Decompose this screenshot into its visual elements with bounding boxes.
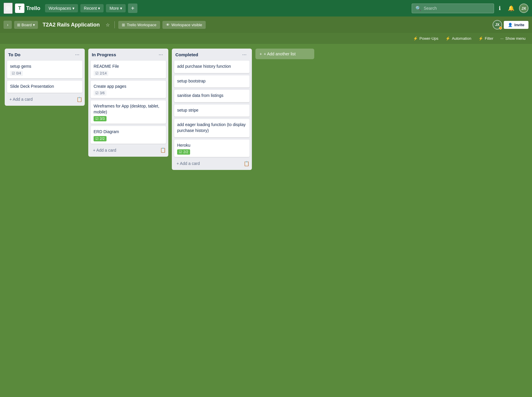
user-avatar-nav[interactable]: JX (519, 4, 528, 13)
card-card-12[interactable]: Heroku ☑ 2/2 (174, 140, 250, 157)
user-initials-nav: JX (521, 6, 526, 11)
workspace-label: Trello Workspace (127, 23, 156, 27)
add-card-button-completed[interactable]: + Add a card (174, 159, 244, 168)
powerups-icon: ⚡ (413, 36, 418, 41)
filter-label: Filter (485, 36, 493, 41)
workspaces-label: Workspaces (49, 6, 71, 11)
visibility-label: Workspace visible (172, 23, 202, 27)
card-card-2[interactable]: Slide Deck Presentation (7, 81, 82, 93)
trello-logo[interactable]: T Trello (15, 4, 40, 13)
list-title-completed: Completed (175, 52, 198, 57)
search-bar[interactable]: 🔍 (412, 4, 494, 13)
list-todo: To Do ··· setup gems ☑ 0/4 Slide Deck Pr… (5, 49, 85, 106)
notification-button[interactable]: 🔔 (506, 4, 517, 13)
checklist-badge-card-12: ☑ 2/2 (177, 149, 190, 155)
template-icon-completed[interactable]: 📋 (244, 161, 250, 166)
card-title-card-2: Slide Deck Presentation (10, 84, 79, 90)
card-title-card-6: ERD Diagram (94, 129, 163, 135)
card-card-3[interactable]: README File ☑ 2/14 (91, 61, 166, 78)
list-title-inprogress: In Progress (92, 52, 116, 57)
more-button[interactable]: More ▾ (106, 4, 126, 12)
card-meta-card-6: ☑ 2/2 (94, 136, 163, 141)
add-card-button-todo[interactable]: + Add a card (7, 95, 77, 103)
logo-box: T (15, 4, 24, 13)
template-icon-todo[interactable]: 📋 (77, 97, 82, 102)
star-button[interactable]: ☆ (104, 21, 111, 29)
card-meta-card-1: ☑ 0/4 (10, 71, 79, 76)
card-card-6[interactable]: ERD Diagram ☑ 2/2 (91, 126, 166, 144)
show-menu-label: Show menu (505, 36, 526, 41)
card-card-11[interactable]: add eager loading function (to display p… (174, 119, 250, 137)
automation-label: Automation (452, 36, 471, 41)
add-list-button[interactable]: + + Add another list (255, 49, 314, 59)
recent-chevron-icon: ▾ (98, 6, 100, 11)
add-card-button-inprogress[interactable]: + Add a card (91, 146, 160, 154)
board-header-right: JX 👤 Invite (493, 20, 528, 29)
show-menu-button[interactable]: ··· Show menu (498, 35, 529, 42)
filter-icon: ⚡ (478, 36, 483, 41)
board-view-icon: ⊞ (17, 23, 20, 27)
checklist-badge-card-1: ☑ 0/4 (10, 71, 23, 76)
invite-button[interactable]: 👤 Invite (504, 21, 528, 29)
invite-icon: 👤 (508, 23, 513, 27)
workspace-button[interactable]: ⊞ Trello Workspace (118, 21, 160, 29)
card-meta-card-12: ☑ 2/2 (177, 149, 247, 155)
toolbar: ⚡ Power-Ups ⚡ Automation ⚡ Filter ··· Sh… (0, 33, 532, 44)
checklist-badge-card-4: ☑ 3/6 (94, 90, 107, 96)
list-menu-button-inprogress[interactable]: ··· (157, 51, 165, 58)
visibility-button[interactable]: 👁 Workspace visible (162, 21, 206, 29)
board-title[interactable]: T2A2 Rails Application (40, 21, 102, 29)
list-menu-button-completed[interactable]: ··· (240, 51, 248, 58)
list-title-todo: To Do (8, 52, 20, 57)
list-menu-button-todo[interactable]: ··· (73, 51, 81, 58)
add-card-row-todo: + Add a card 📋 (7, 95, 82, 103)
card-card-7[interactable]: add purchase history function (174, 61, 250, 73)
checklist-icon-card-12: ☑ (179, 150, 182, 154)
info-button[interactable]: ℹ (496, 4, 503, 13)
card-card-4[interactable]: Create app pages ☑ 3/6 (91, 81, 166, 98)
card-card-1[interactable]: setup gems ☑ 0/4 (7, 61, 82, 78)
automation-icon: ⚡ (445, 36, 450, 41)
board-user-initials: JX (495, 23, 500, 27)
add-list-label: + Add another list (264, 52, 296, 56)
board-user-avatar[interactable]: JX (493, 20, 502, 29)
recent-label: Recent (84, 6, 97, 11)
search-icon: 🔍 (415, 6, 421, 11)
top-nav: ⊞ T Trello Workspaces ▾ Recent ▾ More ▾ … (0, 0, 532, 16)
list-inprogress: In Progress ··· README File ☑ 2/14 Creat… (88, 49, 168, 157)
list-header-todo: To Do ··· (7, 51, 82, 58)
workspaces-button[interactable]: Workspaces ▾ (45, 4, 78, 12)
checklist-icon-card-5: ☑ (95, 117, 99, 121)
notification-icon: 🔔 (508, 5, 514, 11)
board-view-label: Board (21, 23, 32, 27)
create-button[interactable]: + (128, 4, 137, 13)
board-header: › ⊞ Board ▾ T2A2 Rails Application ☆ ⊞ T… (0, 16, 532, 33)
more-label: More (109, 6, 119, 11)
template-icon-inprogress[interactable]: 📋 (160, 147, 166, 153)
search-input[interactable] (424, 6, 483, 11)
add-list-plus-icon: + (260, 52, 262, 56)
card-card-9[interactable]: sanitise data from listings (174, 90, 250, 102)
grid-icon-button[interactable]: ⊞ (4, 3, 13, 14)
workspaces-chevron-icon: ▾ (72, 6, 74, 11)
checklist-badge-card-5: ☑ 3/3 (94, 116, 107, 121)
automation-button[interactable]: ⚡ Automation (443, 35, 474, 42)
card-title-card-12: Heroku (177, 143, 247, 148)
avatar-group: JX (493, 20, 502, 29)
board-view-button[interactable]: ⊞ Board ▾ (14, 21, 38, 29)
card-meta-card-4: ☑ 3/6 (94, 90, 163, 96)
powerups-button[interactable]: ⚡ Power-Ups (410, 35, 441, 42)
visibility-icon: 👁 (166, 23, 170, 27)
checklist-badge-card-3: ☑ 2/14 (94, 71, 108, 76)
card-card-5[interactable]: Wireframes for App (desktop, tablet, mob… (91, 100, 166, 124)
card-title-card-1: setup gems (10, 64, 79, 70)
sidebar-toggle-button[interactable]: › (4, 21, 12, 29)
card-card-8[interactable]: setup bootstrap (174, 75, 250, 88)
card-meta-card-3: ☑ 2/14 (94, 71, 163, 76)
workspace-icon: ⊞ (122, 23, 125, 27)
star-icon: ☆ (106, 22, 110, 27)
recent-button[interactable]: Recent ▾ (80, 4, 104, 12)
card-card-10[interactable]: setup stripe (174, 105, 250, 117)
checklist-icon-card-4: ☑ (95, 91, 99, 95)
filter-button[interactable]: ⚡ Filter (476, 35, 496, 42)
